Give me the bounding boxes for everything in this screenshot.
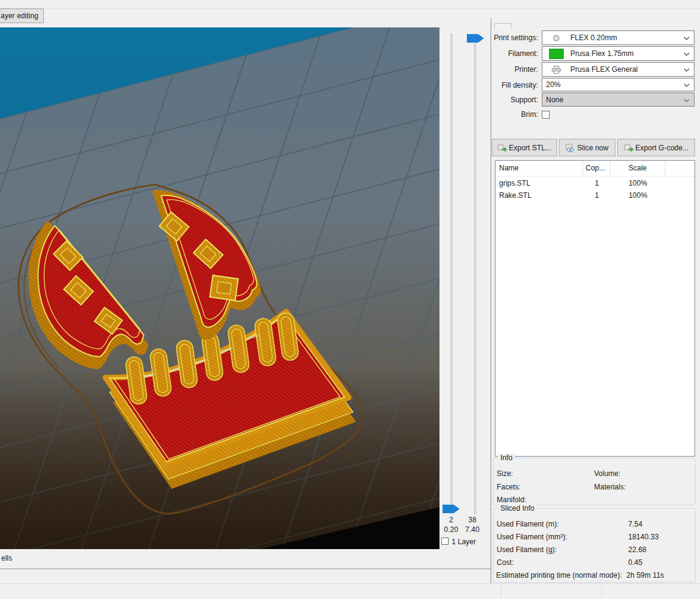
export-stl-label: Export STL... — [509, 144, 551, 152]
printer-value: Prusa FLEX General — [570, 65, 694, 74]
status-bar-divider — [501, 584, 502, 598]
layer-low-value: 2 — [440, 516, 462, 524]
size-label: Size: — [497, 469, 513, 478]
object-copies: 1 — [583, 189, 611, 201]
column-header-scale[interactable]: Scale — [611, 161, 665, 176]
print-time-value: 2h 59m 11s — [626, 571, 664, 580]
chevron-down-icon — [684, 37, 690, 40]
brim-checkbox[interactable] — [542, 111, 550, 119]
tab-layer-editing-label: ayer editing — [1, 12, 38, 20]
print-settings-value: FLEX 0.20mm — [570, 33, 694, 42]
chevron-down-icon — [684, 52, 690, 56]
plater-bottom-divider — [0, 569, 491, 569]
3d-viewport[interactable] — [0, 27, 439, 549]
table-header-divider — [495, 176, 695, 177]
filament-color-swatch — [542, 49, 570, 59]
column-header-name[interactable]: Name — [495, 161, 583, 176]
export-gcode-button[interactable]: Export G-code... — [617, 139, 695, 156]
used-filament-m-value: 7.54 — [628, 520, 642, 528]
slice-now-label: Slice now — [577, 144, 608, 152]
plater-tab-remnant — [494, 23, 511, 28]
used-filament-mm3-value: 18140.33 — [628, 533, 659, 541]
export-stl-button[interactable]: Export STL... — [492, 139, 557, 156]
chevron-down-icon — [684, 83, 690, 87]
chevron-down-icon — [684, 99, 690, 102]
chevron-down-icon — [684, 68, 690, 72]
column-header-copies[interactable]: Cop... — [583, 161, 611, 176]
object-name: Rake.STL — [499, 189, 583, 201]
layer-slider-track-right[interactable] — [474, 33, 477, 514]
one-layer-checkbox[interactable] — [441, 538, 449, 545]
filament-combo[interactable]: Prusa Flex 1.75mm — [542, 46, 695, 61]
slice-now-button[interactable]: Slice now — [559, 139, 615, 156]
fill-density-label: Fill density: — [486, 78, 538, 93]
slice-eye-icon — [565, 143, 575, 153]
gear-icon: ⚙ — [542, 33, 570, 43]
info-title: Info — [498, 454, 515, 462]
object-copies: 1 — [583, 177, 611, 189]
status-bar-divider — [601, 584, 602, 598]
volume-label: Volume: — [594, 469, 620, 478]
used-filament-g-value: 22.68 — [628, 545, 646, 554]
printer-label: Printer: — [486, 62, 538, 77]
support-combo[interactable]: None — [542, 93, 695, 107]
print-time-label: Estimated printing time (normal mode): — [496, 571, 622, 580]
sliced-info-title: Sliced Info — [498, 504, 537, 513]
print-settings-combo[interactable]: ⚙ FLEX 0.20mm — [542, 30, 695, 45]
used-filament-m-label: Used Filament (m): — [497, 520, 559, 528]
fill-density-combo[interactable]: 20% — [542, 78, 695, 91]
object-name: grips.STL — [499, 177, 583, 189]
cost-value: 0.45 — [628, 558, 642, 567]
printer-icon — [542, 66, 570, 74]
export-icon — [624, 143, 634, 153]
print-settings-label: Print settings: — [486, 30, 538, 45]
cost-label: Cost: — [497, 558, 514, 567]
layer-slider-handle-high[interactable] — [467, 34, 484, 43]
brim-label: Brim: — [486, 107, 538, 122]
printer-combo[interactable]: Prusa FLEX General — [542, 62, 695, 77]
column-header-empty — [665, 161, 695, 176]
used-filament-mm3-label: Used Filament (mm³): — [497, 533, 567, 541]
top-divider — [0, 8, 700, 9]
materials-label: Materials: — [594, 483, 626, 491]
support-label: Support: — [486, 93, 538, 107]
one-layer-label: 1 Layer — [452, 538, 476, 546]
manifold-label: Manifold: — [497, 496, 527, 504]
slicer-window: ayer editing — [0, 0, 700, 599]
object-list[interactable]: Name Cop... Scale grips.STL 1 100% Rake.… — [495, 160, 695, 457]
support-value: None — [542, 96, 694, 104]
layer-high-height: 7.40 — [461, 525, 483, 534]
shells-label: ells — [1, 554, 12, 562]
used-filament-g-label: Used Filament (g): — [497, 545, 557, 554]
filament-value: Prusa Flex 1.75mm — [570, 49, 694, 58]
layer-slider-track-left[interactable] — [450, 33, 453, 514]
fill-density-value: 20% — [542, 80, 694, 89]
status-bar — [0, 583, 700, 599]
export-gcode-label: Export G-code... — [635, 144, 688, 152]
object-scale: 100% — [611, 177, 665, 189]
facets-label: Facets: — [497, 483, 520, 491]
layer-high-value: 38 — [461, 516, 483, 524]
object-scale: 100% — [611, 189, 665, 201]
layer-low-height: 0.20 — [440, 525, 462, 534]
filament-label: Filament: — [486, 46, 538, 61]
tab-layer-editing[interactable]: ayer editing — [0, 9, 44, 23]
layer-slider-handle-low[interactable] — [443, 505, 460, 513]
export-icon — [497, 143, 507, 153]
